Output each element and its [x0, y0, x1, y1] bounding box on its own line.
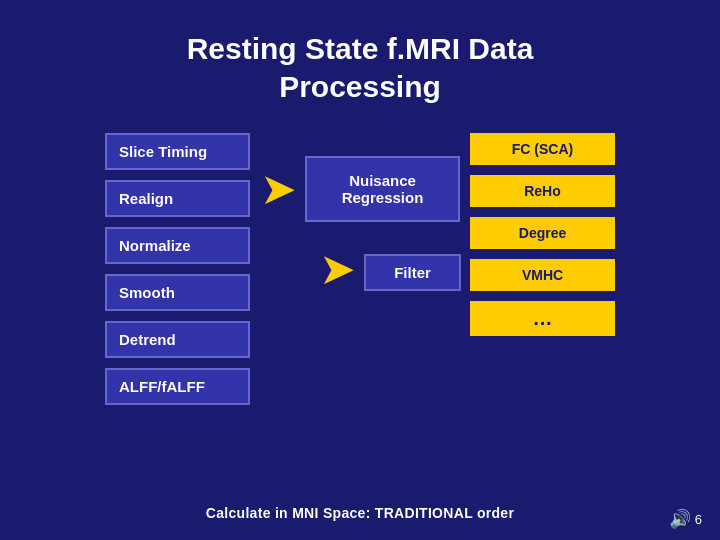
- nuisance-box: NuisanceRegression: [305, 156, 460, 222]
- outputs-column: FC (SCA) ReHo Degree VMHC …: [470, 133, 615, 336]
- arrow-to-nuisance-icon: ➤: [260, 167, 297, 211]
- slide-title: Resting State f.MRI Data Processing: [30, 20, 690, 105]
- step-smooth: Smooth: [105, 274, 250, 311]
- steps-column: Slice Timing Realign Normalize Smooth De…: [105, 133, 250, 405]
- arrow-to-filter-icon: ➤: [319, 247, 356, 291]
- slide: Resting State f.MRI Data Processing Slic…: [0, 0, 720, 540]
- nuisance-label: NuisanceRegression: [342, 172, 424, 206]
- speaker-icon: 🔊: [669, 508, 691, 530]
- page-info: 🔊 6: [669, 508, 702, 530]
- page-number: 6: [695, 512, 702, 527]
- center-section: ➤ NuisanceRegression ➤ Filter: [250, 133, 470, 291]
- output-dots: …: [470, 301, 615, 336]
- output-degree: Degree: [470, 217, 615, 249]
- footer-text: Calculate in MNI Space: TRADITIONAL orde…: [206, 505, 514, 521]
- output-vmhc: VMHC: [470, 259, 615, 291]
- filter-row: ➤ Filter: [259, 247, 461, 291]
- content-layout: Slice Timing Realign Normalize Smooth De…: [30, 133, 690, 405]
- step-detrend: Detrend: [105, 321, 250, 358]
- footer: Calculate in MNI Space: TRADITIONAL orde…: [0, 504, 720, 522]
- output-reho: ReHo: [470, 175, 615, 207]
- filter-box: Filter: [364, 254, 461, 291]
- filter-label: Filter: [394, 264, 431, 281]
- step-slice-timing: Slice Timing: [105, 133, 250, 170]
- step-alff: ALFF/fALFF: [105, 368, 250, 405]
- step-realign: Realign: [105, 180, 250, 217]
- nuisance-row: ➤ NuisanceRegression: [260, 151, 460, 227]
- output-fc-sca: FC (SCA): [470, 133, 615, 165]
- step-normalize: Normalize: [105, 227, 250, 264]
